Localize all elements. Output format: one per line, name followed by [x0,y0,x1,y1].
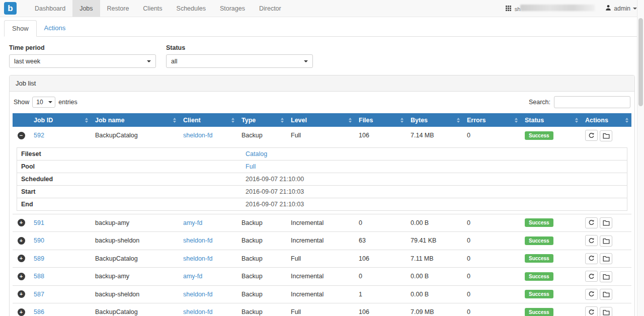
column-header-actions[interactable]: Actions [581,113,631,127]
job-files-button[interactable] [600,253,612,264]
job-id-link[interactable]: 587 [34,291,44,298]
run-job-again-button[interactable] [585,271,598,282]
expand-row-icon[interactable]: + [18,308,25,316]
job-id-link[interactable]: 590 [34,237,44,244]
tab-actions[interactable]: Actions [37,20,73,37]
job-name: backup-sheldon [91,285,179,303]
client-link[interactable]: sheldon-fd [183,237,212,244]
collapse-row-icon[interactable]: − [18,132,25,139]
column-header-job-name[interactable]: Job name [91,113,179,127]
job-files: 63 [355,232,407,250]
run-job-again-button[interactable] [585,253,598,264]
status-filter: Status all [166,44,313,68]
client-link[interactable]: sheldon-fd [183,308,212,315]
job-files-button[interactable] [600,289,612,300]
sort-icon[interactable] [400,118,404,123]
logo-letter: b [8,4,13,14]
user-menu[interactable]: admin [605,5,637,12]
nav-item-restore[interactable]: Restore [100,0,136,17]
job-files-button[interactable] [600,271,612,282]
column-header-status[interactable]: Status [521,113,581,127]
job-id-link[interactable]: 592 [34,132,44,139]
nav-item-dashboard[interactable]: Dashboard [28,0,72,17]
time-period-label: Time period [9,44,156,51]
column-header-bytes[interactable]: Bytes [407,113,463,127]
job-bytes: 7.11 MB [407,250,463,268]
scrollbar-thumb[interactable] [638,18,643,106]
detail-link[interactable]: Catalog [246,150,267,157]
expand-row-icon[interactable]: + [18,255,25,262]
detail-link[interactable]: Full [246,163,256,170]
search-label: Search: [529,99,550,106]
job-level: Incremental [287,232,355,250]
page-scrollbar[interactable] [637,0,644,316]
detail-row: PoolFull [17,160,627,173]
expand-row-icon[interactable]: + [18,273,25,280]
client-link[interactable]: amy-fd [183,273,202,280]
column-header-errors[interactable]: Errors [463,113,521,127]
sort-icon[interactable] [625,118,628,123]
sort-icon[interactable] [173,118,176,123]
expand-row-icon[interactable]: + [18,219,25,226]
nav-item-jobs[interactable]: Jobs [72,0,100,17]
job-files-button[interactable] [600,235,612,247]
tab-show[interactable]: Show [4,20,37,37]
sort-icon[interactable] [575,118,578,123]
sort-icon[interactable] [457,118,460,123]
job-files-button[interactable] [600,217,612,228]
job-id-link[interactable]: 589 [34,255,44,262]
run-job-again-button[interactable] [585,306,598,316]
caret-down-icon [147,60,151,62]
expand-row-icon[interactable]: + [18,237,25,245]
baculum-logo[interactable]: b [4,2,17,15]
job-files-button[interactable] [600,130,612,141]
folder-icon [603,291,610,297]
client-link[interactable]: sheldon-fd [183,255,212,262]
run-job-again-button[interactable] [585,235,598,246]
nav-item-storages[interactable]: Storages [213,0,252,17]
refresh-icon [588,291,595,297]
status-label: Status [166,44,313,51]
job-errors: 0 [463,250,521,268]
run-job-again-button[interactable] [585,289,598,300]
status-select[interactable]: all [166,54,313,68]
nav-item-director[interactable]: Director [252,0,288,17]
job-files-button[interactable] [600,307,612,316]
sort-icon[interactable] [349,118,352,123]
folder-icon [603,238,610,244]
column-header-client[interactable]: Client [179,113,237,127]
column-header-type[interactable]: Type [237,113,287,127]
expand-row-icon[interactable]: + [18,290,25,298]
search-input[interactable] [554,96,630,108]
job-errors: 0 [463,127,521,144]
job-files: 0 [355,268,407,286]
time-period-select[interactable]: last week [9,54,156,68]
column-header-level[interactable]: Level [287,113,355,127]
job-id-link[interactable]: 586 [34,308,44,315]
column-header-files[interactable]: Files [355,113,407,127]
detail-label: End [21,201,246,208]
client-link[interactable]: amy-fd [183,219,202,226]
entries-select[interactable]: 10 [32,97,55,108]
nav-item-schedules[interactable]: Schedules [170,0,213,17]
job-level: Incremental [287,268,355,286]
sort-icon[interactable] [231,118,234,123]
sort-icon[interactable] [85,118,88,123]
tab-bar: Show Actions [4,20,640,37]
job-bytes: 79.41 KB [407,232,463,250]
column-header-job-id[interactable]: Job ID [30,113,91,127]
run-job-again-button[interactable] [585,130,598,141]
job-row-592: −592BackupCatalogsheldon-fdBackupFull106… [13,127,631,144]
run-job-again-button[interactable] [585,217,598,228]
sort-icon[interactable] [515,118,518,123]
job-bytes: 0.00 B [407,268,463,286]
client-link[interactable]: sheldon-fd [183,132,212,139]
job-name: backup-sheldon [91,232,179,250]
panel-title: Job list [10,75,634,92]
client-link[interactable]: sheldon-fd [183,291,212,298]
nav-item-clients[interactable]: Clients [136,0,169,17]
sort-icon[interactable] [281,118,284,123]
job-id-link[interactable]: 588 [34,273,44,280]
job-row-587: +587backup-sheldonsheldon-fdBackupIncrem… [13,285,631,303]
job-id-link[interactable]: 591 [34,219,44,226]
